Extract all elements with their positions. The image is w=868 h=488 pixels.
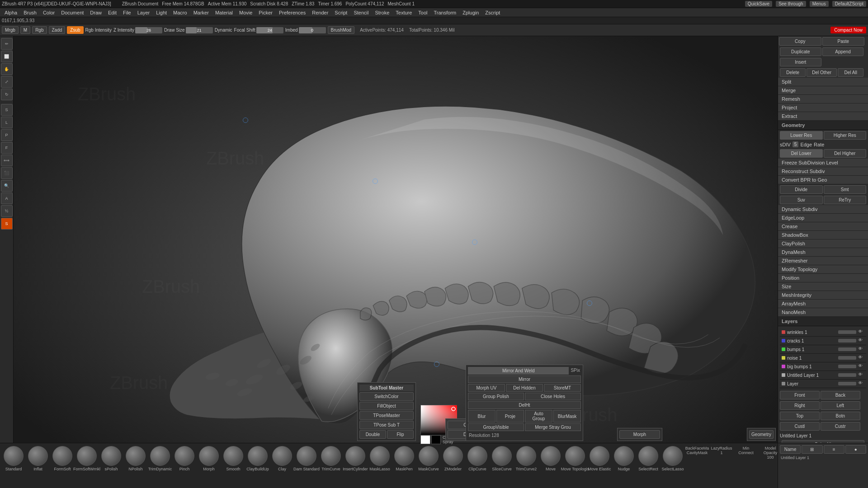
- geometry-bottom-btn[interactable]: Geometry: [749, 430, 774, 439]
- symmetry-btn[interactable]: ⟺: [1, 155, 13, 166]
- delete-btn[interactable]: Delete: [780, 68, 806, 77]
- insert-btn[interactable]: Insert: [780, 58, 821, 66]
- proje-btn[interactable]: Proje: [496, 410, 524, 422]
- layer-slider-4[interactable]: [838, 365, 856, 368]
- mirror-btn[interactable]: Mirror: [468, 375, 581, 383]
- split-btn[interactable]: Split: [778, 78, 868, 86]
- layer-row-2[interactable]: bumps 1 👁: [780, 345, 866, 354]
- array-mesh-btn[interactable]: ArrayMesh: [778, 300, 868, 308]
- menu-item-zplugin[interactable]: Zplugin: [460, 9, 481, 16]
- blur-btn[interactable]: Blur: [468, 410, 495, 422]
- back-view-btn[interactable]: Back: [821, 391, 860, 399]
- brush-item-masklasso[interactable]: MaskLasso: [368, 445, 392, 472]
- layer-eye-3[interactable]: 👁: [858, 355, 864, 361]
- custl-view-btn[interactable]: Custl: [780, 422, 820, 431]
- brush-item-spolish[interactable]: sPolish: [99, 445, 123, 472]
- menu-item-picker[interactable]: Picker: [256, 9, 275, 16]
- brush-item-standard[interactable]: Standard: [2, 445, 25, 472]
- del-higher-btn[interactable]: Del Higher: [824, 149, 867, 158]
- icon2-btn[interactable]: ⊞: [802, 445, 822, 454]
- higher-res-btn[interactable]: Higher Res: [824, 131, 867, 140]
- brush-item-selectlasso[interactable]: SelectLasso: [661, 445, 684, 472]
- brush-item-zmodeler[interactable]: ZModeler: [441, 445, 465, 472]
- custr-view-btn[interactable]: Custr: [821, 422, 860, 431]
- merge-btn[interactable]: Merge: [778, 86, 868, 95]
- rgb-btn[interactable]: Rgb: [32, 26, 47, 34]
- menu-item-file[interactable]: File: [120, 9, 134, 16]
- icon3-btn[interactable]: ≡: [824, 445, 844, 454]
- menu-item-render[interactable]: Render: [309, 9, 331, 16]
- nano-mesh-btn[interactable]: NanoMesh: [778, 308, 868, 317]
- mirror-and-weld-btn[interactable]: Mirror And Weld: [468, 367, 569, 375]
- position-btn[interactable]: Position: [778, 274, 868, 282]
- menu-item-script[interactable]: Script: [332, 9, 350, 16]
- brush-item-formsoftwrnkl[interactable]: FormSoftWrnkl: [75, 445, 99, 472]
- layer-slider-1[interactable]: [838, 339, 856, 343]
- mrgb-btn[interactable]: Mrgb: [2, 26, 19, 34]
- floor-btn[interactable]: F: [1, 142, 13, 154]
- actual-btn[interactable]: A: [1, 192, 13, 204]
- double-btn[interactable]: Double: [359, 430, 386, 439]
- append-btn[interactable]: Append: [822, 47, 864, 56]
- layer-row-5[interactable]: Untitled Layer 1 👁: [780, 371, 866, 380]
- menu-item-stroke[interactable]: Stroke: [372, 9, 392, 16]
- extract-btn[interactable]: Extract: [778, 112, 868, 121]
- size-btn[interactable]: Size: [778, 282, 868, 291]
- layer-row-1[interactable]: cracks 1 👁: [780, 337, 866, 345]
- layer-row-6[interactable]: Layer 👁: [780, 380, 866, 388]
- brush-item-move-elastic[interactable]: Move Elastic: [588, 445, 611, 472]
- modelopacity-btn[interactable]: Model Opacity 100: [759, 445, 778, 460]
- scale2-btn[interactable]: S: [1, 104, 13, 116]
- brush-item-clipcurve[interactable]: ClipCurve: [466, 445, 489, 472]
- menu-item-preferences[interactable]: Preferences: [276, 9, 308, 16]
- zsub-btn[interactable]: Zsub: [67, 26, 83, 34]
- brush-item-pinch[interactable]: Pinch: [173, 445, 196, 472]
- layer-row-4[interactable]: big bumps 1 👁: [780, 362, 866, 371]
- dynamic-subdiv-btn[interactable]: Dynamic Subdiv: [778, 205, 868, 214]
- smt-btn[interactable]: Smt: [824, 185, 867, 194]
- brush-item-nudge[interactable]: Nudge: [612, 445, 636, 472]
- brush-item-npolish[interactable]: NPolish: [124, 445, 147, 472]
- layer-eye-5[interactable]: 👁: [858, 372, 864, 378]
- layer-eye-1[interactable]: 👁: [858, 338, 864, 344]
- layer-row-3[interactable]: noise 1 👁: [780, 354, 866, 362]
- shadowbox-btn[interactable]: ShadowBox: [778, 231, 868, 239]
- del-all-btn[interactable]: Del All: [838, 68, 863, 77]
- viewport[interactable]: ZBrush ZBrush ZBrush ZBrush ZBrush ZBrus…: [14, 36, 778, 443]
- solo-btn[interactable]: S: [1, 218, 13, 230]
- lazyradius-btn[interactable]: LazyRadius 1: [710, 445, 733, 456]
- menus-label[interactable]: Menus: [810, 1, 829, 7]
- half-btn[interactable]: ½: [1, 205, 13, 217]
- menu-item-layer[interactable]: Layer: [135, 9, 153, 16]
- modify-topology-btn[interactable]: Modify Topology: [778, 265, 868, 274]
- brush-mod-btn[interactable]: BrushMod: [328, 26, 355, 34]
- brush-item-trimcurve2[interactable]: TrimCurve2: [514, 445, 538, 472]
- layer-slider-6[interactable]: [838, 382, 856, 385]
- menu-item-brush[interactable]: Brush: [21, 9, 39, 16]
- minconnect-btn[interactable]: Min Connect: [734, 445, 758, 456]
- draw-mode-btn[interactable]: ✏: [1, 38, 13, 50]
- left-view-btn[interactable]: Left: [821, 401, 860, 410]
- suv-btn[interactable]: Suv: [780, 196, 823, 204]
- reconstruct-subdiv-btn[interactable]: Reconstruct Subdiv: [778, 167, 868, 176]
- z-intensity-slider[interactable]: Z Intensity 26: [113, 27, 162, 33]
- brush-item-clay[interactable]: Clay: [270, 445, 294, 472]
- zremesher-btn[interactable]: ZRemesher: [778, 257, 868, 265]
- morph-btn[interactable]: Morph: [619, 430, 660, 439]
- menu-item-macro[interactable]: Macro: [170, 9, 190, 16]
- frame-btn[interactable]: ⬛: [1, 167, 13, 179]
- menu-item-alpha[interactable]: Alpha: [2, 9, 20, 16]
- move-btn[interactable]: ✋: [1, 63, 13, 75]
- compact-now-btn[interactable]: Compact Now: [830, 27, 866, 33]
- layer-slider-2[interactable]: [838, 347, 856, 351]
- freeze-subdiv-btn[interactable]: Freeze SubDivision Level: [778, 159, 868, 167]
- auto-group-btn[interactable]: Auto Group: [525, 410, 552, 422]
- del-lower-btn[interactable]: Del Lower: [780, 149, 823, 158]
- menu-item-light[interactable]: Light: [153, 9, 170, 16]
- brush-item-morph[interactable]: Morph: [197, 445, 221, 472]
- default-zscript-label[interactable]: DefaultZScript: [832, 1, 866, 7]
- duplicate-btn[interactable]: Duplicate: [780, 47, 821, 56]
- brush-item-slicecurve[interactable]: SliceCurve: [490, 445, 514, 472]
- flip-btn[interactable]: Flip: [387, 430, 414, 439]
- color-swatch-black[interactable]: [431, 435, 441, 444]
